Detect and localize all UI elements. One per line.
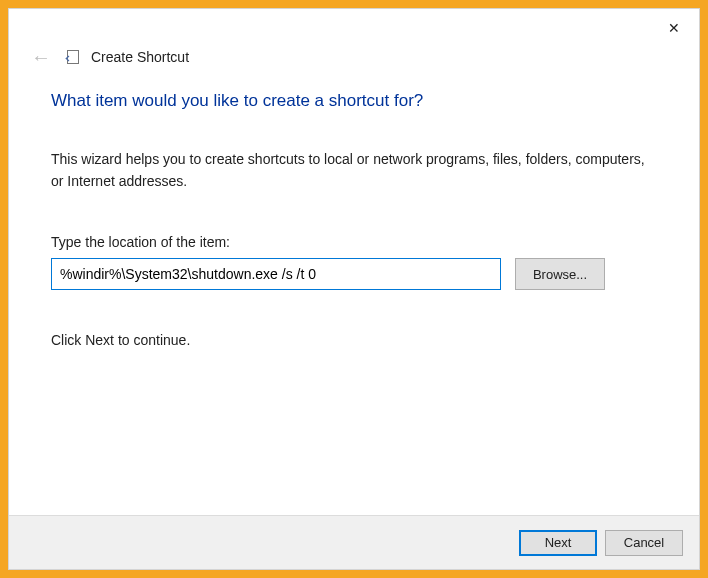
continue-text: Click Next to continue. (51, 332, 657, 348)
header-row: ← Create Shortcut (9, 47, 699, 77)
help-text: This wizard helps you to create shortcut… (51, 149, 657, 192)
close-button[interactable]: ✕ (653, 13, 695, 43)
titlebar: ✕ (9, 9, 699, 47)
cancel-button[interactable]: Cancel (605, 530, 683, 556)
create-shortcut-dialog: ✕ ← Create Shortcut What item would you … (8, 8, 700, 570)
next-button[interactable]: Next (519, 530, 597, 556)
wizard-title: Create Shortcut (91, 49, 189, 65)
location-input[interactable] (51, 258, 501, 290)
location-input-row: Browse... (51, 258, 657, 290)
shortcut-icon (67, 50, 79, 64)
close-icon: ✕ (668, 20, 680, 36)
location-label: Type the location of the item: (51, 234, 657, 250)
page-title: What item would you like to create a sho… (51, 91, 657, 111)
back-arrow-icon: ← (31, 47, 51, 67)
browse-button[interactable]: Browse... (515, 258, 605, 290)
footer: Next Cancel (9, 515, 699, 569)
content-area: What item would you like to create a sho… (9, 77, 699, 515)
